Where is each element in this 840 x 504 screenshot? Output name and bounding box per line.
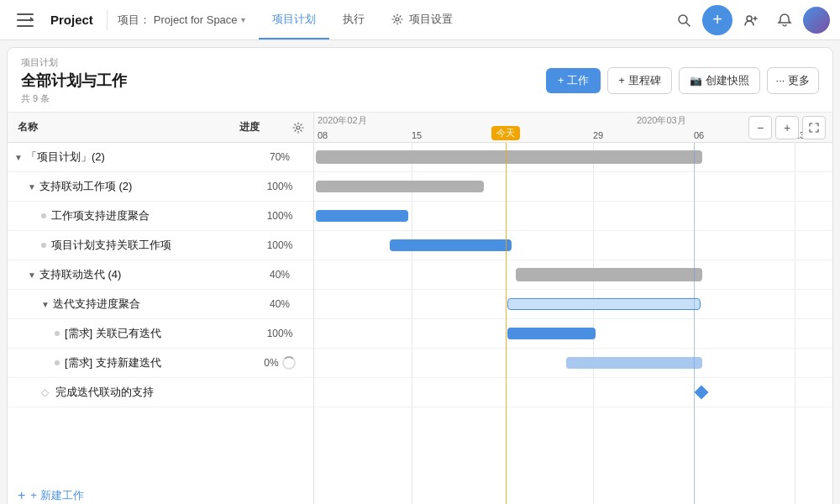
settings-icon[interactable]: [283, 122, 313, 134]
add-milestone-button[interactable]: + 里程碑: [607, 67, 671, 94]
snapshot-label: 创建快照: [706, 73, 749, 88]
dot-icon: [55, 360, 60, 365]
record-count: 共 9 条: [21, 92, 539, 105]
toolbar-buttons: + 工作 + 里程碑 📷 创建快照 ··· 更多: [546, 67, 819, 94]
today-line: [506, 143, 507, 504]
header-right: +: [669, 5, 830, 35]
tab-execute[interactable]: 执行: [329, 0, 378, 39]
gantt-row-3: [314, 202, 832, 231]
toolbar: 项目计划 全部计划与工作 共 9 条 + 工作 + 里程碑 📷 创建快照 ···…: [8, 48, 832, 113]
add-work-button[interactable]: + 工作: [546, 68, 601, 93]
add-member-button[interactable]: [736, 5, 766, 35]
project-title: Project: [40, 13, 103, 27]
camera-icon: 📷: [690, 75, 702, 87]
create-snapshot-button[interactable]: 📷 创建快照: [679, 67, 760, 94]
day-label-06: 06: [694, 130, 704, 140]
tab-project-plan[interactable]: 项目计划: [259, 0, 329, 39]
gantt-body: [314, 143, 832, 504]
month-label-mar: 2020年03月: [637, 114, 686, 127]
more-button[interactable]: ··· 更多: [767, 67, 819, 94]
search-button[interactable]: [669, 5, 699, 35]
svg-line-6: [686, 23, 690, 26]
gantt-row-1: [314, 143, 832, 172]
menu-icon[interactable]: [10, 13, 40, 27]
table-row: 工作项支持进度聚合 100%: [8, 202, 313, 231]
gantt-row-4: [314, 231, 832, 260]
row-progress: 70%: [246, 151, 313, 163]
gantt-bar: [316, 210, 408, 222]
gantt-bar: [316, 150, 702, 164]
add-work-button[interactable]: + + 新建工作: [8, 481, 313, 504]
row-label: 「项目计划」(2): [26, 150, 105, 165]
gantt-bar: [390, 239, 512, 251]
spinner-icon: [282, 356, 296, 370]
dot-icon: [41, 213, 46, 218]
zoom-out-button[interactable]: −: [748, 116, 772, 139]
row-name: [需求] 关联已有迭代: [8, 326, 246, 341]
collapse-icon[interactable]: ▼: [28, 182, 36, 192]
row-progress: 100%: [246, 328, 313, 339]
avatar[interactable]: [803, 7, 830, 34]
table-row: [需求] 关联已有迭代 100%: [8, 319, 313, 349]
table-row: ◇ 完成迭代联动的支持: [8, 378, 313, 407]
table-row: ▼ 迭代支持进度聚合 40%: [8, 290, 313, 319]
collapse-icon[interactable]: ▼: [28, 270, 36, 280]
today-label: 今天: [491, 126, 520, 140]
row-label: 项目计划支持关联工作项: [51, 238, 171, 253]
gantt-row-7: [314, 319, 832, 349]
milestone-diamond: [695, 386, 709, 400]
row-label: 支持联动工作项 (2): [39, 179, 133, 194]
row-progress: 100%: [246, 210, 313, 222]
breadcrumb-label: 项目：: [118, 13, 150, 28]
gantt-row-8: [314, 349, 832, 378]
content-area: 名称 进度 ▼ 「项目计划」(2) 70%: [8, 113, 832, 504]
chevron-down-icon: ▾: [241, 15, 245, 24]
row-name: 项目计划支持关联工作项: [8, 238, 246, 253]
plus-icon: +: [18, 488, 25, 503]
row-label: [需求] 关联已有迭代: [65, 326, 161, 341]
col-header-name: 名称: [8, 120, 216, 134]
toolbar-title-section: 项目计划 全部计划与工作 共 9 条: [21, 56, 539, 105]
notification-button[interactable]: [769, 5, 800, 35]
row-progress: 40%: [246, 269, 313, 281]
collapse-icon[interactable]: ▼: [14, 153, 23, 162]
row-name: ▼ 「项目计划」(2): [8, 150, 246, 165]
table-panel: 名称 进度 ▼ 「项目计划」(2) 70%: [8, 113, 314, 504]
gantt-bar: [516, 268, 702, 281]
row-progress: 40%: [246, 298, 313, 310]
gantt-bar: [507, 298, 701, 310]
row-name: ◇ 完成迭代联动的支持: [8, 385, 246, 400]
gantt-controls: − +: [748, 116, 826, 139]
row-name: ▼ 支持联动工作项 (2): [8, 179, 246, 194]
breadcrumb[interactable]: 项目： Project for Space ▾: [111, 13, 252, 28]
gantt-panel: 2020年02月 2020年03月 08 15 今天 29 06 13 − +: [314, 113, 832, 504]
deadline-line: [694, 143, 695, 504]
table-row: ▼ 支持联动工作项 (2) 100%: [8, 172, 313, 202]
row-name: ▼ 支持联动迭代 (4): [8, 267, 246, 282]
collapse-icon[interactable]: ▼: [41, 300, 50, 309]
row-label: 完成迭代联动的支持: [55, 385, 154, 400]
gantt-bar: [316, 181, 484, 192]
row-name: ▼ 迭代支持进度聚合: [8, 297, 246, 312]
table-row: ▼ 「项目计划」(2) 70%: [8, 143, 313, 172]
page-title: 全部计划与工作: [21, 71, 539, 91]
add-button[interactable]: +: [702, 5, 732, 35]
row-label: [需求] 支持新建迭代: [65, 355, 161, 370]
fullscreen-button[interactable]: [802, 116, 826, 139]
breadcrumb-value: Project for Space: [154, 13, 238, 26]
gantt-row-5: [314, 260, 832, 290]
add-work-label: + 新建工作: [30, 488, 83, 503]
svg-point-4: [396, 18, 399, 21]
gantt-row-9: [314, 378, 832, 407]
gantt-bar: [507, 328, 596, 339]
svg-rect-0: [17, 13, 34, 15]
gantt-row-6: [314, 290, 832, 319]
row-name: 工作项支持进度聚合: [8, 208, 246, 223]
toolbar-breadcrumb: 项目计划: [21, 56, 539, 69]
dot-icon: [55, 331, 60, 336]
row-label: 迭代支持进度聚合: [53, 297, 140, 312]
tab-settings[interactable]: 项目设置: [378, 0, 466, 39]
header-divider: [107, 10, 108, 30]
zoom-in-button[interactable]: +: [775, 116, 799, 139]
table-row: [需求] 支持新建迭代 0%: [8, 349, 313, 378]
